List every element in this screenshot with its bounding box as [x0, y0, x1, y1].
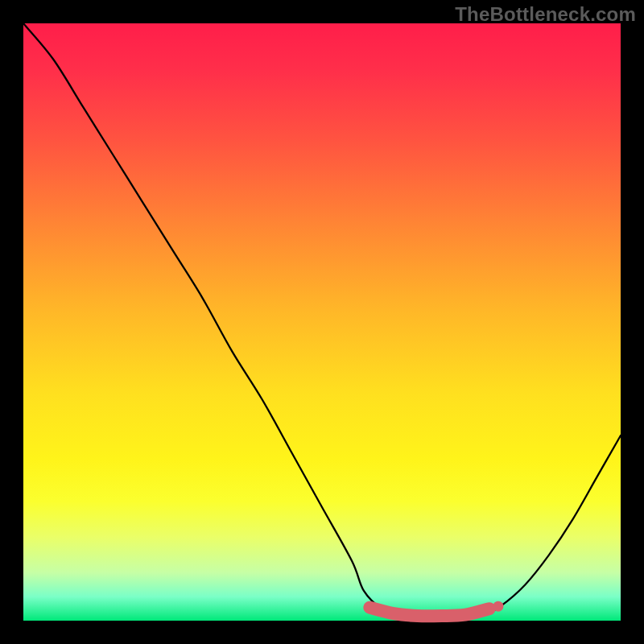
chart-svg [23, 23, 621, 621]
optimal-range-band [369, 608, 489, 617]
watermark-text: TheBottleneck.com [455, 3, 636, 26]
marker-layer [369, 601, 503, 617]
bottleneck-curve [23, 23, 621, 617]
plot-area [23, 23, 621, 621]
curve-layer [23, 23, 621, 617]
optimal-range-end-dot [493, 601, 503, 612]
chart-frame: TheBottleneck.com [0, 0, 644, 644]
